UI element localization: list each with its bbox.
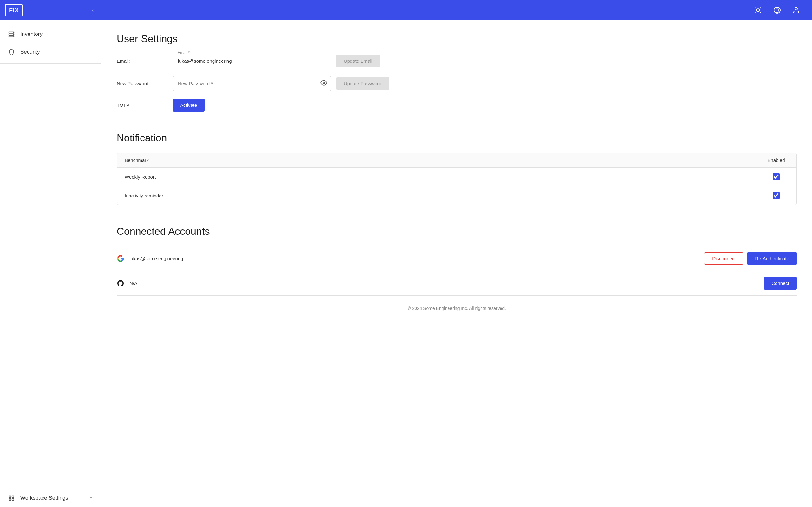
connected-accounts-title: Connected Accounts bbox=[117, 226, 797, 237]
notification-row-weekly: Weekly Report bbox=[117, 168, 797, 186]
footer: © 2024 Some Engineering Inc. All rights … bbox=[117, 306, 797, 311]
sidebar-collapse-button[interactable]: ‹ bbox=[89, 6, 96, 15]
password-eye-icon[interactable] bbox=[320, 79, 327, 88]
inactivity-reminder-checkbox-wrap bbox=[763, 192, 789, 199]
notification-benchmark-header: Benchmark bbox=[125, 158, 763, 163]
sidebar: FIX ‹ Inventory bbox=[0, 0, 101, 507]
google-account-email: lukas@some.engineering bbox=[130, 256, 699, 261]
update-password-button[interactable]: Update Password bbox=[336, 77, 389, 90]
svg-point-3 bbox=[13, 32, 14, 33]
svg-point-21 bbox=[795, 7, 798, 10]
inactivity-reminder-label: Inactivity reminder bbox=[125, 193, 763, 199]
update-email-button[interactable]: Update Email bbox=[336, 55, 380, 67]
totp-row: TOTP: Activate bbox=[117, 99, 797, 112]
connected-github-row: N/A Connect bbox=[117, 271, 797, 296]
svg-rect-6 bbox=[9, 496, 11, 498]
sidebar-item-security-label: Security bbox=[20, 49, 40, 55]
activate-totp-button[interactable]: Activate bbox=[172, 99, 205, 112]
reauthenticate-google-button[interactable]: Re-Authenticate bbox=[747, 252, 797, 265]
svg-line-18 bbox=[760, 8, 760, 8]
notification-table: Benchmark Enabled Weekly Report Inactivi… bbox=[117, 153, 797, 205]
content-area: User Settings Email: Email * Update Emai… bbox=[101, 20, 812, 507]
notification-enabled-header: Enabled bbox=[763, 158, 789, 163]
svg-rect-9 bbox=[12, 499, 14, 501]
svg-line-14 bbox=[760, 12, 760, 12]
theme-icon[interactable] bbox=[752, 4, 764, 16]
sidebar-bottom: Workspace Settings bbox=[0, 489, 101, 507]
disconnect-google-button[interactable]: Disconnect bbox=[704, 252, 744, 265]
svg-point-22 bbox=[323, 82, 325, 83]
notification-row-inactivity: Inactivity reminder bbox=[117, 186, 797, 205]
email-input-wrap: Email * bbox=[172, 54, 331, 68]
svg-point-4 bbox=[13, 34, 14, 35]
weekly-report-checkbox-wrap bbox=[763, 173, 789, 180]
inactivity-reminder-checkbox[interactable] bbox=[773, 192, 780, 199]
inventory-icon bbox=[8, 31, 15, 38]
password-input[interactable] bbox=[172, 76, 331, 91]
email-label: Email: bbox=[117, 58, 167, 64]
svg-line-13 bbox=[756, 8, 756, 8]
footer-text: © 2024 Some Engineering Inc. All rights … bbox=[408, 306, 506, 311]
sidebar-item-security[interactable]: Security bbox=[0, 43, 101, 61]
globe-icon[interactable] bbox=[771, 4, 783, 16]
sidebar-nav: Inventory Security bbox=[0, 20, 101, 489]
user-settings-title: User Settings bbox=[117, 33, 797, 45]
email-input[interactable] bbox=[172, 54, 331, 68]
github-icon bbox=[117, 279, 124, 287]
github-account-email: N/A bbox=[130, 280, 759, 286]
svg-rect-7 bbox=[12, 496, 14, 498]
logo[interactable]: FIX bbox=[5, 4, 22, 16]
weekly-report-checkbox[interactable] bbox=[773, 173, 780, 180]
svg-point-10 bbox=[757, 9, 760, 12]
github-account-actions: Connect bbox=[764, 277, 797, 290]
email-row: Email: Email * Update Email bbox=[117, 54, 797, 68]
google-account-actions: Disconnect Re-Authenticate bbox=[704, 252, 797, 265]
user-icon[interactable] bbox=[791, 4, 802, 16]
workspace-icon bbox=[8, 494, 15, 502]
workspace-settings-label: Workspace Settings bbox=[20, 495, 68, 501]
connect-github-button[interactable]: Connect bbox=[764, 277, 797, 290]
section-divider-2 bbox=[117, 215, 797, 216]
sidebar-divider bbox=[0, 63, 101, 64]
password-input-wrap bbox=[172, 76, 331, 91]
weekly-report-label: Weekly Report bbox=[125, 174, 763, 180]
sidebar-header: FIX ‹ bbox=[0, 0, 101, 20]
notification-header-row: Benchmark Enabled bbox=[117, 153, 797, 168]
svg-rect-8 bbox=[9, 499, 11, 501]
sidebar-item-inventory-label: Inventory bbox=[20, 31, 43, 38]
sidebar-item-inventory[interactable]: Inventory bbox=[0, 25, 101, 43]
connected-google-row: lukas@some.engineering Disconnect Re-Aut… bbox=[117, 246, 797, 271]
chevron-up-icon bbox=[89, 495, 94, 502]
section-divider-1 bbox=[117, 122, 797, 122]
main: User Settings Email: Email * Update Emai… bbox=[101, 0, 812, 507]
security-icon bbox=[8, 48, 15, 56]
svg-line-17 bbox=[756, 12, 756, 12]
notification-title: Notification bbox=[117, 132, 797, 144]
totp-label: TOTP: bbox=[117, 102, 167, 108]
google-icon bbox=[117, 255, 124, 262]
sidebar-workspace-settings[interactable]: Workspace Settings bbox=[0, 489, 101, 507]
password-label: New Password: bbox=[117, 81, 167, 86]
password-row: New Password: Update Password bbox=[117, 76, 797, 91]
svg-point-5 bbox=[13, 36, 14, 37]
topbar bbox=[101, 0, 812, 20]
